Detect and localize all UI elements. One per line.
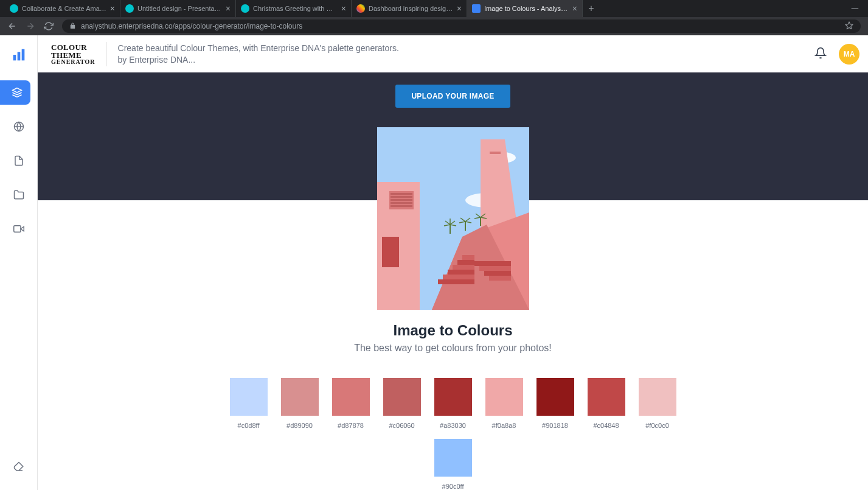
svg-rect-26: [448, 270, 474, 275]
upload-button[interactable]: UPLOAD YOUR IMAGE: [395, 85, 510, 108]
avatar-initials: MA: [844, 50, 855, 58]
header-logo: COLOUR THEME GENERATOR: [51, 43, 95, 65]
tab-favicon-icon: [241, 4, 249, 13]
swatch-color[interactable]: [434, 439, 472, 477]
address-bar[interactable]: analysthub.enterprisedna.co/apps/colour-…: [62, 19, 861, 33]
browser-toolbar: analysthub.enterprisedna.co/apps/colour-…: [0, 17, 868, 35]
swatch-hex-label: #f0a8a8: [492, 422, 516, 429]
close-icon[interactable]: ×: [110, 4, 115, 13]
tab-1[interactable]: Untitled design - Presentation (1 ×: [120, 0, 236, 17]
logo-line-1: COLOUR: [51, 43, 95, 51]
sidebar-item-folder[interactable]: [5, 183, 32, 207]
svg-rect-3: [21, 49, 24, 61]
tab-0[interactable]: Collaborate & Create Amazing G ×: [5, 0, 120, 17]
svg-rect-18: [391, 205, 412, 207]
sidebar-item-video[interactable]: [5, 217, 32, 241]
page-title: Image to Colours: [393, 322, 512, 339]
app-logo-icon[interactable]: [10, 46, 27, 63]
sidebar-item-globe[interactable]: [5, 114, 32, 139]
svg-rect-2: [17, 52, 20, 60]
svg-rect-30: [474, 261, 511, 266]
svg-rect-28: [457, 260, 474, 265]
tab-title: Untitled design - Presentation (1: [137, 5, 222, 12]
sidebar-item-eraser[interactable]: [5, 455, 32, 479]
swatch-item: #c04848: [588, 378, 625, 429]
app-header: COLOUR THEME GENERATOR Create beautiful …: [38, 35, 868, 72]
svg-rect-27: [453, 265, 474, 270]
swatch-hex-label: #d89090: [286, 422, 313, 429]
notification-bell-icon[interactable]: [814, 47, 827, 61]
svg-rect-16: [391, 199, 412, 201]
logo-line-2: THEME: [51, 51, 95, 59]
swatch-color[interactable]: [281, 378, 319, 416]
url-text: analysthub.enterprisedna.co/apps/colour-…: [81, 22, 302, 30]
lock-icon: [69, 23, 76, 30]
tab-favicon-icon: [125, 4, 134, 13]
swatch-color[interactable]: [639, 378, 676, 416]
page-subtitle: The best way to get colours from your ph…: [354, 343, 552, 354]
swatch-hex-label: #c04848: [593, 422, 619, 429]
svg-rect-8: [13, 226, 20, 233]
svg-rect-31: [479, 266, 511, 271]
tab-3[interactable]: Dashboard inspiring designs - G ×: [352, 0, 467, 17]
swatch-item: #c06060: [383, 378, 421, 429]
tab-title: Collaborate & Create Amazing G: [22, 5, 106, 12]
byline-text: by Enterprise DNA...: [118, 54, 399, 66]
swatch-color[interactable]: [434, 378, 472, 416]
tab-favicon-icon: [472, 4, 481, 13]
swatch-color[interactable]: [230, 378, 268, 416]
tab-2[interactable]: Christmas Greeting with Man hol ×: [236, 0, 352, 17]
tab-favicon-icon: [356, 4, 365, 13]
swatch-color[interactable]: [536, 378, 574, 416]
minimize-icon[interactable]: ─: [852, 3, 858, 14]
swatch-color[interactable]: [332, 378, 370, 416]
logo-line-3: GENERATOR: [51, 59, 95, 65]
swatch-color[interactable]: [485, 378, 523, 416]
swatch-item: #d87878: [332, 378, 370, 429]
browser-tabs: Collaborate & Create Amazing G × Untitle…: [0, 0, 868, 17]
svg-rect-1: [13, 55, 16, 60]
swatch-color[interactable]: [588, 378, 625, 416]
forward-icon[interactable]: [26, 21, 35, 31]
new-tab-button[interactable]: +: [583, 0, 600, 17]
svg-rect-25: [443, 275, 474, 279]
main-content: COLOUR THEME GENERATOR Create beautiful …: [38, 35, 868, 490]
header-tagline: Create beautiful Colour Themes, with Ent…: [118, 43, 399, 66]
tab-favicon-icon: [10, 4, 18, 13]
swatch-item: #901818: [536, 378, 574, 429]
swatch-color[interactable]: [383, 378, 421, 416]
swatch-item: #f0a8a8: [485, 378, 523, 429]
bookmark-star-icon[interactable]: [845, 21, 853, 32]
close-icon[interactable]: ×: [457, 4, 462, 13]
svg-rect-21: [490, 152, 501, 154]
svg-rect-24: [438, 279, 474, 284]
close-icon[interactable]: ×: [572, 4, 577, 13]
close-icon[interactable]: ×: [341, 4, 346, 13]
svg-rect-29: [462, 255, 474, 260]
swatch-item: #90c0ff: [434, 439, 472, 490]
swatch-hex-label: #90c0ff: [442, 483, 464, 490]
divider: [106, 42, 107, 66]
close-icon[interactable]: ×: [226, 4, 231, 13]
svg-rect-33: [489, 276, 511, 281]
swatch-hex-label: #c06060: [389, 422, 414, 429]
tab-4[interactable]: Image to Colours - Analyst Hub ×: [467, 0, 583, 17]
swatches-row-2: #90c0ff: [434, 439, 472, 490]
sidebar-item-file[interactable]: [5, 149, 32, 173]
back-icon[interactable]: [7, 21, 17, 31]
swatch-hex-label: #901818: [542, 422, 568, 429]
tab-title: Dashboard inspiring designs - G: [369, 5, 453, 12]
sidebar-item-layers[interactable]: [0, 80, 30, 105]
reload-icon[interactable]: [44, 21, 54, 31]
tab-title: Image to Colours - Analyst Hub: [484, 5, 569, 12]
sidebar: [0, 35, 38, 490]
swatch-item: #f0c0c0: [639, 378, 676, 429]
svg-rect-14: [391, 193, 412, 195]
svg-marker-0: [845, 22, 853, 29]
swatch-hex-label: #d87878: [338, 422, 364, 429]
avatar[interactable]: MA: [839, 44, 859, 65]
svg-rect-17: [391, 202, 412, 204]
tab-title: Christmas Greeting with Man hol: [253, 5, 338, 12]
swatch-item: #a83030: [434, 378, 472, 429]
swatches-row-1: #c0d8ff#d89090#d87878#c06060#a83030#f0a8…: [230, 378, 676, 429]
